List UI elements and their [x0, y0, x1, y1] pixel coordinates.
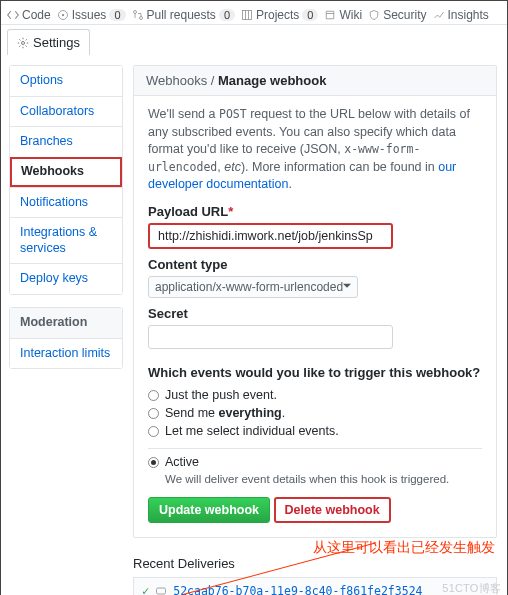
webhook-panel: Webhooks / Manage webhook We'll send a P… [133, 65, 497, 538]
projects-icon [241, 9, 253, 21]
radio-icon [148, 426, 159, 437]
settings-sidebar: Options Collaborators Branches Webhooks … [1, 59, 123, 389]
active-note: We will deliver event details when this … [165, 473, 482, 485]
option-push-label: Just the push event. [165, 388, 277, 402]
panel-header: Webhooks / Manage webhook [134, 66, 496, 96]
shield-icon [368, 9, 380, 21]
main-content: Webhooks / Manage webhook We'll send a P… [123, 59, 507, 595]
secret-label: Secret [148, 306, 482, 321]
gear-icon [17, 37, 29, 49]
checkbox-icon [148, 457, 159, 468]
active-checkbox-row[interactable]: Active [148, 455, 482, 469]
annotation-text: 从这里可以看出已经发生触发 [313, 539, 495, 557]
required-asterisk: * [228, 204, 233, 219]
svg-point-1 [62, 13, 64, 15]
svg-rect-6 [157, 588, 166, 594]
pulls-count: 0 [219, 9, 235, 21]
option-push-event[interactable]: Just the push event. [148, 388, 482, 402]
radio-icon [148, 408, 159, 419]
panel-title: Manage webhook [218, 73, 326, 88]
svg-point-3 [139, 16, 142, 19]
settings-tab[interactable]: Settings [7, 29, 90, 55]
sidebar-item-collaborators[interactable]: Collaborators [10, 96, 122, 127]
settings-label: Settings [33, 35, 80, 50]
sidebar-item-notifications[interactable]: Notifications [10, 187, 122, 218]
watermark-source: 51CTO博客 [442, 581, 501, 595]
panel-intro: We'll send a POST request to the URL bel… [148, 106, 482, 194]
payload-url-label: Payload URL* [148, 204, 482, 219]
nav-wiki[interactable]: Wiki [324, 8, 362, 22]
repo-topnav: Code Issues 0 Pull requests 0 Projects 0… [1, 1, 507, 25]
sidebar-item-options[interactable]: Options [10, 66, 122, 96]
issues-count: 0 [109, 9, 125, 21]
svg-rect-4 [243, 10, 252, 19]
nav-projects[interactable]: Projects 0 [241, 8, 318, 22]
svg-point-5 [22, 41, 25, 44]
content-type-select[interactable]: application/x-www-form-urlencoded [148, 276, 358, 298]
wiki-icon [324, 9, 336, 21]
nav-security-label: Security [383, 8, 426, 22]
breadcrumb: Webhooks / [146, 73, 218, 88]
check-icon: ✓ [142, 584, 149, 596]
insights-icon [433, 9, 445, 21]
sidebar-item-integrations[interactable]: Integrations & services [10, 217, 122, 263]
option-individual-label: Let me select individual events. [165, 424, 339, 438]
sidebar-item-webhooks[interactable]: Webhooks [10, 157, 122, 187]
option-everything-label: Send me everything. [165, 406, 285, 420]
pr-icon [132, 9, 144, 21]
option-individual[interactable]: Let me select individual events. [148, 424, 482, 438]
projects-count: 0 [302, 9, 318, 21]
update-webhook-button[interactable]: Update webhook [148, 497, 270, 523]
nav-code[interactable]: Code [7, 8, 51, 22]
delivery-icon [155, 585, 167, 596]
active-label: Active [165, 455, 199, 469]
subnav: Settings [1, 25, 507, 59]
sidebar-item-deploy-keys[interactable]: Deploy keys [10, 263, 122, 294]
sidebar-item-interaction-limits[interactable]: Interaction limits [10, 338, 122, 369]
nav-pulls[interactable]: Pull requests 0 [132, 8, 236, 22]
radio-icon [148, 390, 159, 401]
issue-icon [57, 9, 69, 21]
payload-url-input[interactable] [148, 223, 393, 249]
delivery-id: 52caab76-b70a-11e9-8c40-f861fe2f3524 [173, 584, 422, 596]
sidebar-header-moderation: Moderation [10, 308, 122, 338]
nav-issues[interactable]: Issues 0 [57, 8, 126, 22]
content-type-value: application/x-www-form-urlencoded [155, 280, 343, 294]
code-icon [7, 9, 19, 21]
nav-insights[interactable]: Insights [433, 8, 489, 22]
events-question: Which events would you like to trigger t… [148, 365, 482, 380]
option-everything[interactable]: Send me everything. [148, 406, 482, 420]
nav-pulls-label: Pull requests [147, 8, 216, 22]
secret-input[interactable] [148, 325, 393, 349]
nav-insights-label: Insights [448, 8, 489, 22]
nav-projects-label: Projects [256, 8, 299, 22]
delete-webhook-button[interactable]: Delete webhook [274, 497, 391, 523]
nav-wiki-label: Wiki [339, 8, 362, 22]
nav-issues-label: Issues [72, 8, 107, 22]
sidebar-item-branches[interactable]: Branches [10, 126, 122, 157]
svg-point-2 [133, 10, 136, 13]
content-type-label: Content type [148, 257, 482, 272]
nav-code-label: Code [22, 8, 51, 22]
nav-security[interactable]: Security [368, 8, 426, 22]
